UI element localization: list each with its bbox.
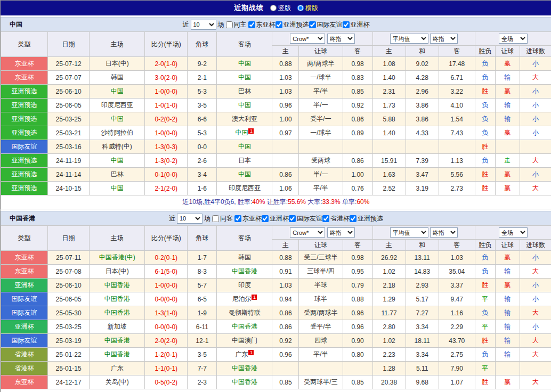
away-team: 尼泊尔1 xyxy=(217,292,272,306)
competition-checkbox[interactable] xyxy=(262,215,269,222)
final-average-select[interactable]: 终指 xyxy=(430,227,458,238)
same-venue-filter[interactable]: 同客 xyxy=(212,214,233,223)
competition-filter[interactable]: 亚洲杯 xyxy=(262,214,289,223)
recent-count-select[interactable]: 10 xyxy=(177,214,202,224)
average-odds-group: 平均值 终指 xyxy=(372,226,475,240)
stat-label: 单率: xyxy=(341,198,357,206)
match-type-badge: 亚洲预选 xyxy=(1,154,48,168)
competition-checkbox[interactable] xyxy=(234,215,241,222)
handicap-line: 平/半 xyxy=(299,85,343,99)
result-goals: 小 xyxy=(520,320,551,334)
competition-checkbox[interactable] xyxy=(343,21,350,28)
average-odds-select[interactable]: 平均值 xyxy=(390,227,428,238)
corner-score: 3-4 xyxy=(188,168,217,182)
result-handicap xyxy=(495,362,520,375)
home-team: 巴林 xyxy=(90,168,145,182)
competition-checkbox[interactable] xyxy=(350,215,356,222)
match-type-badge: 国际友谊 xyxy=(1,292,48,306)
vertical-layout-radio[interactable] xyxy=(270,5,277,11)
avg-odds-draw: 18.11 xyxy=(406,334,439,348)
result-handicap: 赢 xyxy=(495,168,520,182)
handicap-odds-home: 0.92 xyxy=(272,334,299,348)
average-odds-group: 平均值 终指 xyxy=(372,32,475,46)
avg-odds-draw: 4.33 xyxy=(406,126,439,140)
result-wdl: 胜 xyxy=(475,85,495,99)
col-header-avg-home: 主 xyxy=(372,240,406,251)
col-header-handicap: 让球 xyxy=(299,46,343,57)
fulltime-select[interactable]: 全场 xyxy=(499,227,528,238)
same-venue-checkbox[interactable] xyxy=(212,215,219,222)
home-team: 关岛(中) xyxy=(90,375,145,389)
team-name: 韩国 xyxy=(238,254,251,261)
result-wdl: 负 xyxy=(475,306,495,320)
col-header-goals: 进球数 xyxy=(520,240,551,251)
average-odds-select[interactable]: 平均值 xyxy=(390,34,428,44)
horizontal-layout-radio[interactable] xyxy=(297,5,304,11)
avg-odds-away: 2.29 xyxy=(439,320,475,334)
layout-option-horizontal[interactable]: 横版 xyxy=(297,4,318,13)
home-team: 印度尼西亚 xyxy=(90,99,145,112)
competition-filter[interactable]: 东亚杯 xyxy=(248,20,276,29)
avg-odds-draw: 7.27 xyxy=(406,306,439,320)
same-venue-checkbox[interactable] xyxy=(226,21,233,28)
layout-option-vertical[interactable]: 竖版 xyxy=(270,4,291,13)
result-wdl: 胜 xyxy=(475,279,495,292)
recent-count-select[interactable]: 10 xyxy=(191,20,216,30)
recent-suffix: 场 xyxy=(204,214,210,223)
match-date: 25-06-10 xyxy=(48,85,90,99)
bookmaker-select[interactable]: Crow* xyxy=(290,34,325,44)
team-name: 中国 xyxy=(111,157,124,164)
bookmaker-select[interactable]: Crow* xyxy=(290,227,325,238)
col-header-home: 主场 xyxy=(90,226,145,251)
final-average-select[interactable]: 终指 xyxy=(430,34,458,44)
avg-odds-home: 1.40 xyxy=(372,71,406,85)
team-name: 中国香港 xyxy=(104,281,130,289)
result-handicap: 赢 xyxy=(495,279,520,292)
match-type-badge: 国际友谊 xyxy=(1,306,48,320)
competition-label: 亚洲预选 xyxy=(283,20,309,29)
col-header-avg-away: 客 xyxy=(439,46,475,57)
competition-filter[interactable]: 亚洲预选 xyxy=(350,214,383,223)
competition-checkbox[interactable] xyxy=(289,215,296,222)
competition-checkbox[interactable] xyxy=(322,215,329,222)
competition-filter[interactable]: 亚洲预选 xyxy=(276,20,309,29)
col-header-away: 客场 xyxy=(217,226,272,251)
team-name: 澳大利亚 xyxy=(232,115,257,123)
match-type-badge: 东亚杯 xyxy=(1,251,48,265)
competition-checkbox[interactable] xyxy=(309,21,316,28)
team-name: 日本 xyxy=(238,157,251,164)
match-score: 2-0(2-0) xyxy=(145,334,188,348)
match-score: 0-2(0-2) xyxy=(145,112,188,126)
handicap-odds-away: 0.98 xyxy=(343,251,372,265)
competition-filter[interactable]: 亚洲杯 xyxy=(343,20,370,29)
final-odds-select[interactable]: 终指 xyxy=(327,227,355,238)
team-name: 日本(中) xyxy=(106,267,129,275)
away-team: 中国香港 xyxy=(217,362,272,375)
match-date: 24-10-15 xyxy=(48,182,90,195)
competition-filter[interactable]: 东亚杯 xyxy=(234,214,262,223)
match-row: 东亚杯25-07-08日本(中)6-1(5-0)8-3中国香港0.91三球半/四… xyxy=(1,265,551,279)
match-row: 亚洲预选25-06-05印度尼西亚1-0(1-0)3-5中国0.96半/一0.9… xyxy=(1,99,551,112)
stat-label: 胜率: xyxy=(238,198,252,206)
matches-table: 类型 日期 主场 比分(半场) 角球 客场 Crow* 终指 平均值 终指 xyxy=(1,225,551,392)
competition-checkbox[interactable] xyxy=(248,21,255,28)
competition-filter[interactable]: 国际友谊 xyxy=(289,214,322,223)
match-date: 25-03-25 xyxy=(48,320,90,334)
result-handicap: 输 xyxy=(495,320,520,334)
result-goals: 大 xyxy=(520,375,551,389)
away-team: 中国 xyxy=(217,140,272,154)
final-odds-select[interactable]: 终指 xyxy=(327,34,355,44)
competition-filter[interactable]: 国际友谊 xyxy=(309,20,343,29)
avg-odds-home: 1.28 xyxy=(372,362,406,375)
avg-odds-home: 2.80 xyxy=(372,320,406,334)
red-card-indicator: 1 xyxy=(248,128,254,134)
filter-bar: 近 10 场 同主 东亚杯亚洲预选国际友谊亚洲杯 xyxy=(183,20,370,30)
same-venue-filter[interactable]: 同主 xyxy=(226,20,247,29)
team-name: 中国 xyxy=(111,115,124,123)
match-type-badge: 东亚杯 xyxy=(1,57,48,71)
match-score: 1-2(0-1) xyxy=(145,348,188,362)
handicap-line: 受平/半 xyxy=(299,320,343,334)
competition-checkbox[interactable] xyxy=(276,21,282,28)
fulltime-select[interactable]: 全场 xyxy=(499,34,528,44)
competition-filter[interactable]: 省港杯 xyxy=(322,214,350,223)
